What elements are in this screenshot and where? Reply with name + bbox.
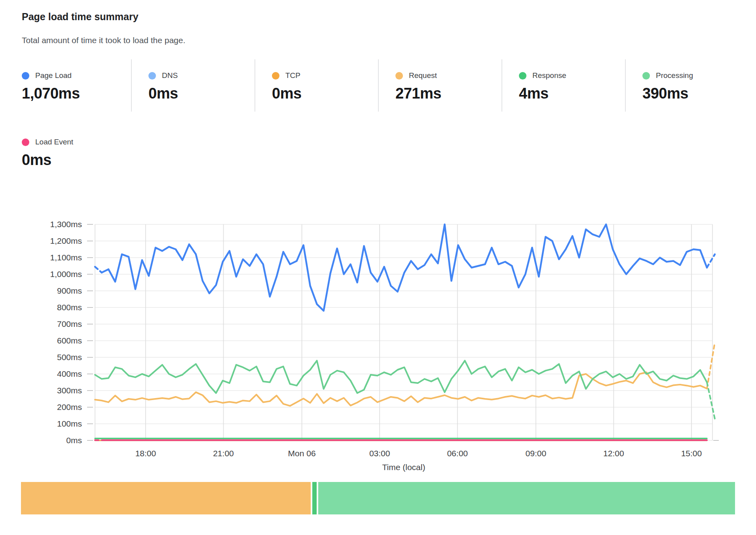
- metric-dns[interactable]: DNS 0ms: [131, 59, 255, 112]
- legend-row-2: Load Event 0ms: [0, 126, 261, 176]
- metric-label: Page Load: [35, 71, 72, 80]
- metric-value: 0ms: [272, 85, 378, 102]
- bar-segment-request: [21, 482, 311, 514]
- metric-load-event[interactable]: Load Event 0ms: [0, 126, 131, 176]
- x-axis-tick-label: 12:00: [603, 449, 624, 458]
- metric-label: TCP: [285, 71, 300, 80]
- metric-value: 0ms: [22, 152, 131, 169]
- metric-value: 390ms: [642, 85, 748, 102]
- y-axis-tick-label: 1,200ms: [50, 236, 82, 245]
- x-axis-title: Time (local): [382, 463, 425, 472]
- y-axis-tick-label: 1,000ms: [50, 269, 82, 279]
- x-axis-tick-label: 09:00: [526, 449, 547, 458]
- x-axis-tick-label: 06:00: [447, 449, 468, 458]
- y-axis-tick-label: 800ms: [57, 303, 82, 312]
- metric-value: 4ms: [519, 85, 625, 102]
- page-load-time-chart[interactable]: 0ms100ms200ms300ms400ms500ms600ms700ms80…: [0, 206, 756, 483]
- x-axis-tick-label: 18:00: [135, 449, 156, 458]
- load-event-dot-icon: [22, 138, 29, 146]
- metric-label: Load Event: [35, 138, 73, 146]
- y-axis-tick-label: 200ms: [57, 402, 82, 412]
- metric-request[interactable]: Request 271ms: [378, 59, 501, 112]
- page-subtitle: Total amount of time it took to load the…: [22, 36, 185, 45]
- metric-processing[interactable]: Processing 390ms: [625, 59, 748, 112]
- metric-label: DNS: [162, 71, 178, 80]
- metric-value: 0ms: [148, 85, 255, 102]
- y-axis-tick-label: 400ms: [57, 369, 82, 378]
- y-axis-tick-label: 1,100ms: [50, 253, 82, 262]
- grid: 0ms100ms200ms300ms400ms500ms600ms700ms80…: [50, 220, 719, 472]
- page-title: Page load time summary: [22, 11, 139, 23]
- y-axis-tick-label: 900ms: [57, 286, 82, 295]
- x-axis-tick-label: 15:00: [681, 449, 702, 458]
- x-axis-tick-label: Mon 06: [288, 449, 316, 458]
- series-processing: [95, 360, 715, 419]
- page-load-dot-icon: [22, 72, 29, 80]
- x-axis-tick-label: 03:00: [369, 449, 390, 458]
- metric-page-load[interactable]: Page Load 1,070ms: [0, 59, 131, 112]
- y-axis-tick-label: 100ms: [57, 419, 82, 428]
- metric-label: Request: [409, 71, 437, 80]
- y-axis-tick-label: 300ms: [57, 386, 82, 395]
- legend-row-1: Page Load 1,070ms DNS 0ms TCP 0ms Reques…: [0, 59, 748, 112]
- metric-value: 1,070ms: [22, 85, 131, 102]
- response-dot-icon: [519, 72, 526, 80]
- y-axis-tick-label: 500ms: [57, 353, 82, 362]
- metric-value: 271ms: [395, 85, 501, 102]
- y-axis-tick-label: 600ms: [57, 336, 82, 345]
- request-dot-icon: [395, 72, 403, 80]
- processing-dot-icon: [642, 72, 650, 80]
- metric-tcp[interactable]: TCP 0ms: [255, 59, 378, 112]
- breakdown-bar[interactable]: [21, 482, 735, 514]
- page-load-summary-panel: { "header": { "title": "Page load time s…: [0, 0, 756, 535]
- metric-response[interactable]: Response 4ms: [501, 59, 625, 112]
- y-axis-tick-label: 700ms: [57, 319, 82, 328]
- x-axis-tick-label: 21:00: [213, 449, 234, 458]
- bar-segment-response: [312, 482, 317, 514]
- metric-label: Processing: [656, 71, 693, 80]
- metric-label: Response: [532, 71, 566, 80]
- y-axis-tick-label: 1,300ms: [50, 220, 82, 229]
- tcp-dot-icon: [272, 72, 279, 80]
- y-axis-tick-label: 0ms: [66, 436, 82, 445]
- series-page-load: [95, 224, 715, 311]
- dns-dot-icon: [148, 72, 156, 80]
- bar-segment-processing: [318, 482, 735, 514]
